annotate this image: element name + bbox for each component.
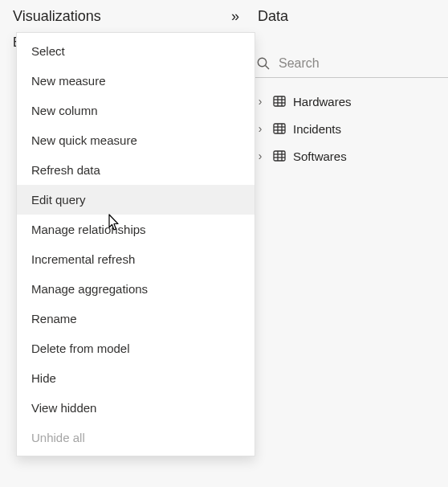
- menu-item-delete-from-model[interactable]: Delete from model: [17, 334, 255, 363]
- svg-rect-12: [274, 151, 285, 161]
- data-panel: Data ›Hardwares›Incidents›Softwares: [245, 0, 448, 487]
- data-panel-title: Data: [258, 8, 288, 25]
- chevron-right-icon[interactable]: ›: [255, 95, 266, 108]
- table-icon: [272, 149, 287, 163]
- table-row[interactable]: ›Hardwares: [251, 88, 440, 115]
- svg-line-1: [266, 66, 270, 70]
- menu-item-new-measure[interactable]: New measure: [17, 66, 255, 96]
- menu-item-select[interactable]: Select: [17, 36, 255, 66]
- visualizations-panel: Visualizations » E SelectNew measureNew …: [0, 0, 245, 487]
- chevron-right-icon[interactable]: ›: [255, 122, 266, 135]
- search-input[interactable]: [279, 56, 440, 71]
- context-menu: SelectNew measureNew columnNew quick mea…: [16, 32, 255, 456]
- menu-item-manage-relationships[interactable]: Manage relationships: [17, 215, 255, 244]
- table-name: Hardwares: [293, 95, 352, 108]
- menu-item-view-hidden[interactable]: View hidden: [17, 393, 255, 423]
- menu-item-unhide-all: Unhide all: [17, 423, 255, 452]
- chevron-right-icon[interactable]: ›: [255, 149, 266, 162]
- table-name: Incidents: [293, 122, 341, 136]
- visualizations-panel-title: Visualizations: [13, 8, 101, 25]
- menu-item-hide[interactable]: Hide: [17, 363, 255, 393]
- table-icon: [272, 94, 287, 108]
- menu-item-manage-aggregations[interactable]: Manage aggregations: [17, 274, 255, 304]
- search-row: [245, 51, 448, 78]
- menu-item-incremental-refresh[interactable]: Incremental refresh: [17, 244, 255, 274]
- menu-item-rename[interactable]: Rename: [17, 304, 255, 334]
- table-icon: [272, 121, 287, 136]
- table-row[interactable]: ›Softwares: [251, 142, 440, 170]
- svg-rect-2: [274, 96, 285, 106]
- menu-item-new-column[interactable]: New column: [17, 96, 255, 125]
- visualizations-panel-header: Visualizations »: [0, 0, 245, 32]
- search-icon: [256, 56, 271, 71]
- data-panel-header: Data: [245, 0, 448, 32]
- tables-list: ›Hardwares›Incidents›Softwares: [245, 78, 448, 170]
- menu-item-refresh-data[interactable]: Refresh data: [17, 155, 255, 185]
- svg-point-0: [258, 58, 266, 66]
- table-row[interactable]: ›Incidents: [251, 115, 440, 142]
- svg-rect-7: [274, 124, 285, 133]
- collapse-panel-icon[interactable]: »: [231, 8, 237, 25]
- menu-item-edit-query[interactable]: Edit query: [17, 185, 255, 215]
- menu-item-new-quick-measure[interactable]: New quick measure: [17, 125, 255, 155]
- table-name: Softwares: [293, 149, 347, 163]
